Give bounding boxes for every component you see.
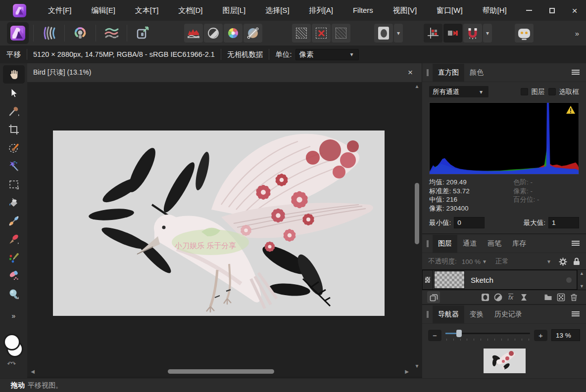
menu-view[interactable]: 视图[V] [383,0,427,21]
menu-document[interactable]: 文档[D] [168,0,212,21]
zoom-slider[interactable] [445,329,530,342]
tab-channels[interactable]: 通道 [457,235,482,253]
layers-scrollbar[interactable]: ▲ ▼ [577,270,586,290]
zoom-out-button[interactable]: − [428,330,441,341]
document-close-icon[interactable]: × [408,68,416,78]
move-tool-button[interactable] [3,84,25,102]
duplicate-layer-button[interactable] [427,291,440,303]
tab-colour[interactable]: 颜色 [464,64,489,82]
menu-select[interactable]: 选择[S] [255,0,299,21]
color-picker-tool-button[interactable] [3,102,25,120]
foreground-colour-swatch[interactable] [3,334,20,350]
assistant-button[interactable] [515,24,534,43]
flood-fill-tool-button[interactable] [3,193,25,212]
marquee-tool-button[interactable] [3,175,25,193]
toolbar-overflow-button[interactable]: » [575,29,579,38]
unit-select[interactable]: 像素 ▾ [295,49,359,60]
opacity-value[interactable]: 100 % [462,258,481,265]
auto-colors-button[interactable] [224,24,243,43]
tab-navigator[interactable]: 导航器 [433,305,464,323]
force-pixel-alignment-button[interactable] [424,24,442,43]
layer-checkbox[interactable] [521,88,528,95]
panel-drag-handle[interactable] [427,240,429,247]
new-pixel-layer-button[interactable] [554,291,567,303]
horizontal-scrollbar[interactable]: ◀ ▶ [29,368,410,375]
vertical-scrollbar[interactable]: ▲ ▼ [413,83,421,370]
tab-history[interactable]: 历史记录 [489,305,528,323]
tab-layers[interactable]: 图层 [433,235,457,253]
menu-arrange[interactable]: 排列[A] [299,0,343,21]
minimize-button[interactable] [518,0,540,21]
tab-transform[interactable]: 变换 [464,305,489,323]
menu-help[interactable]: 帮助[H] [473,0,517,21]
menu-edit[interactable]: 编辑[E] [82,0,125,21]
paint-brush-tool-button[interactable] [3,230,25,248]
document-canvas[interactable]: 小刀娱乐 乐于分享 [53,131,385,316]
vertical-scroll-thumb[interactable] [415,183,419,244]
warning-icon[interactable] [566,105,576,114]
auto-contrast-button[interactable] [204,24,223,43]
mask-preview-dropdown[interactable]: ▾ [394,24,403,43]
menu-file[interactable]: 文件[F] [38,0,82,21]
flood-select-tool-button[interactable] [3,157,25,175]
scroll-left-icon[interactable]: ◀ [29,368,36,375]
move-by-whole-pixels-button[interactable] [443,24,462,43]
view-tool-button[interactable] [3,65,25,84]
swap-colours-icon[interactable]: ↶↷ [7,360,15,367]
menu-text[interactable]: 文本[T] [125,0,169,21]
deselect-button[interactable]: × [312,24,331,43]
group-layers-button[interactable] [541,291,554,303]
channel-select[interactable]: 所有通道 ▾ [429,86,488,97]
adjustment-layer-button[interactable] [491,291,504,303]
min-input[interactable] [454,217,485,228]
erase-brush-tool-button[interactable] [3,266,25,285]
panel-drag-handle[interactable] [427,311,429,318]
marquee-checkbox[interactable] [548,88,556,95]
layer-row-sketch[interactable]: Sketch [422,270,577,290]
layer-thumbnail[interactable] [434,271,465,289]
live-filter-button[interactable] [517,291,530,303]
chevron-down-icon[interactable]: ▾ [481,258,488,265]
menu-layer[interactable]: 图层[L] [213,0,256,21]
zoom-in-button[interactable]: + [534,330,547,341]
close-button[interactable]: × [563,0,586,21]
horizontal-scroll-thumb[interactable] [168,369,274,374]
colour-replacement-brush-tool-button[interactable] [3,248,25,266]
auto-levels-button[interactable] [184,24,203,43]
invert-selection-button[interactable] [332,24,350,43]
histogram-chart[interactable] [429,102,579,174]
panel-menu-icon[interactable] [572,310,580,317]
crop-tool-button[interactable] [3,120,25,138]
layer-settings-gear-icon[interactable] [559,258,567,266]
mask-preview-button[interactable] [374,24,393,43]
scroll-down-icon[interactable]: ▼ [580,284,584,289]
tab-brushes[interactable]: 画笔 [482,235,507,253]
blend-mode-value[interactable]: 正常 [495,257,509,266]
mask-layer-button[interactable] [479,291,491,303]
snapping-button[interactable] [463,24,482,43]
layer-grip[interactable] [423,270,433,289]
zoom-slider-handle[interactable] [456,330,462,337]
zoom-tool-button[interactable] [3,285,25,303]
panel-menu-icon[interactable] [572,240,580,247]
layer-effects-button[interactable]: fx [504,291,517,303]
export-persona-button[interactable] [132,22,153,44]
scroll-down-icon[interactable]: ▼ [413,363,421,370]
scroll-up-icon[interactable]: ▲ [413,83,421,90]
zoom-value-field[interactable]: 13 % [551,329,580,341]
select-all-button[interactable] [292,24,311,43]
snapping-dropdown[interactable]: ▾ [483,24,492,43]
menu-window[interactable]: 窗口[W] [427,0,473,21]
layer-lock-icon[interactable] [573,258,580,265]
canvas-viewport[interactable]: 小刀娱乐 乐于分享 ▲ ▼ ◀ ▶ [27,82,422,377]
scroll-right-icon[interactable]: ▶ [403,368,410,375]
tonemapping-persona-button[interactable] [100,22,122,44]
layer-visibility-dot[interactable] [566,277,572,283]
panel-drag-handle[interactable] [427,69,429,76]
panel-menu-icon[interactable] [572,69,580,76]
menu-filters[interactable]: Filters [343,0,383,21]
scroll-up-icon[interactable]: ▲ [580,271,584,276]
navigator-thumbnail[interactable] [484,348,526,373]
selection-brush-tool-button[interactable] [3,138,25,157]
document-tab[interactable]: Bird [只读] (13.1%) × [27,63,422,82]
